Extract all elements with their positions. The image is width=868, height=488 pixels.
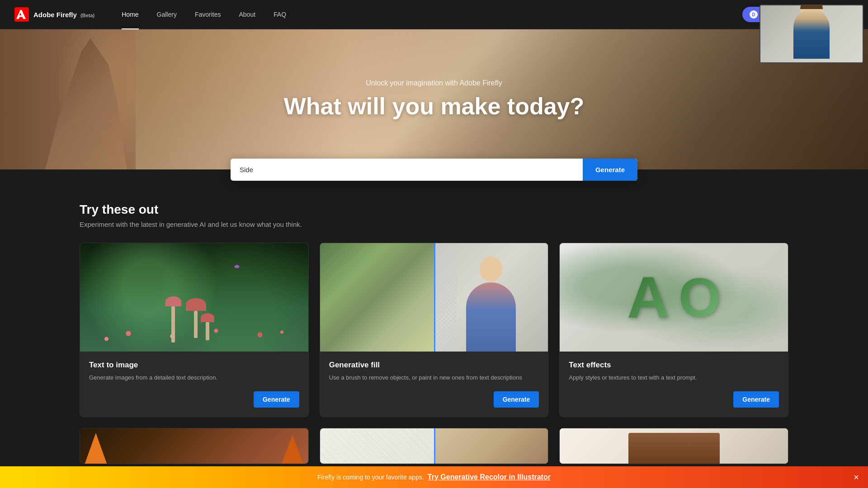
section-description: Experiment with the latest in generative…	[80, 221, 788, 228]
card-generative-fill: Generative fill Use a brush to remove ob…	[320, 243, 549, 417]
nav-home[interactable]: Home	[113, 0, 147, 29]
checker-overlay	[434, 243, 457, 352]
card-bottom-3-image	[560, 428, 788, 464]
adobe-logo-icon	[14, 7, 29, 22]
fox-ear-left	[85, 433, 107, 464]
gen-fill-left-panel	[320, 243, 434, 352]
video-content	[760, 5, 863, 62]
card-bottom-2	[320, 428, 549, 464]
cards-grid: Text to image Generate images from a det…	[80, 243, 788, 417]
app-logo[interactable]: Adobe Firefly (Beta)	[14, 7, 94, 22]
card-text-effects-desc: Apply styles or textures to text with a …	[569, 373, 779, 382]
text-to-image-generate-button[interactable]: Generate	[254, 391, 299, 408]
section-title: Try these out	[80, 202, 788, 217]
mushroom-3	[171, 296, 181, 343]
navigation: Adobe Firefly (Beta) Home Gallery Favori…	[0, 0, 868, 29]
discord-icon: D	[750, 10, 758, 19]
search-bar: Generate	[231, 159, 637, 181]
main-content: Try these out Experiment with the latest…	[0, 181, 868, 486]
card-text-effects: A O Text effects Apply styles or texture…	[559, 243, 788, 417]
card-generative-fill-desc: Use a brush to remove objects, or paint …	[329, 373, 539, 382]
hero-generate-button[interactable]: Generate	[583, 159, 637, 181]
search-input[interactable]	[231, 159, 583, 181]
video-overlay	[760, 5, 863, 63]
card-text-effects-content: Text effects Apply styles or textures to…	[560, 352, 788, 391]
hero-title: What will you make today?	[284, 93, 585, 120]
person-silhouette	[793, 9, 830, 59]
fox-ear-right	[281, 435, 304, 464]
card-text-to-image-title: Text to image	[89, 361, 299, 370]
divider-line	[434, 243, 435, 352]
card-bottom-2-image	[320, 428, 548, 464]
butterfly-decoration	[234, 265, 240, 268]
card-generative-fill-content: Generative fill Use a brush to remove ob…	[320, 352, 548, 391]
mushroom-1	[206, 313, 214, 340]
card-generative-fill-actions: Generate	[320, 391, 548, 417]
generative-fill-generate-button[interactable]: Generate	[494, 391, 539, 408]
card-generative-fill-title: Generative fill	[329, 361, 539, 370]
nav-about[interactable]: About	[230, 0, 265, 29]
card-bottom-1-image	[80, 428, 308, 464]
text-effects-preview: A O	[560, 243, 788, 352]
app-name: Adobe Firefly (Beta)	[33, 11, 94, 19]
banner-link[interactable]: Try Generative Recolor in Illustrator	[428, 473, 551, 481]
nav-faq[interactable]: FAQ	[264, 0, 295, 29]
card-bottom-1	[80, 428, 309, 464]
text-to-image-preview	[80, 243, 308, 352]
cards-grid-bottom	[80, 428, 788, 464]
text-effects-generate-button[interactable]: Generate	[733, 391, 779, 408]
hero-section: Unlock your imagination with Adobe Firef…	[0, 29, 868, 169]
letter-a-display: A	[627, 263, 670, 331]
nav-links: Home Gallery Favorites About FAQ	[113, 0, 295, 29]
card-text-to-image-desc: Generate images from a detailed text des…	[89, 373, 299, 382]
generative-fill-preview	[320, 243, 548, 352]
banner-close-button[interactable]: ×	[854, 472, 859, 483]
card-text-to-image-content: Text to image Generate images from a det…	[80, 352, 308, 391]
search-container: Generate	[0, 159, 868, 181]
mushroom-2	[194, 298, 206, 338]
hero-subtitle: Unlock your imagination with Adobe Firef…	[284, 79, 585, 87]
bottom-banner: Firefly is coming to your favorite apps.…	[0, 466, 868, 488]
banner-text: Firefly is coming to your favorite apps.	[317, 474, 424, 481]
hero-text: Unlock your imagination with Adobe Firef…	[284, 79, 585, 120]
card-text-to-image-actions: Generate	[80, 391, 308, 417]
card-text-effects-title: Text effects	[569, 361, 779, 370]
card-bottom-3	[559, 428, 788, 464]
card-text-effects-actions: Generate	[560, 391, 788, 417]
nav-favorites[interactable]: Favorites	[186, 0, 230, 29]
leaf-overlay	[560, 243, 788, 352]
nav-gallery[interactable]: Gallery	[148, 0, 186, 29]
person-hair	[800, 5, 823, 9]
card-text-to-image: Text to image Generate images from a det…	[80, 243, 309, 417]
letter-o-display: O	[679, 266, 721, 328]
